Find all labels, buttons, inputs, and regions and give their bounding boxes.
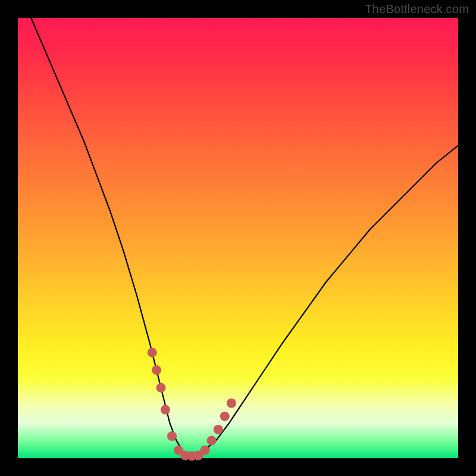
chart-frame: TheBottleneck.com [0,0,476,476]
bottleneck-curve [31,18,458,456]
curve-layer [18,18,458,458]
attribution-text: TheBottleneck.com [365,2,469,16]
curve-marker [214,425,223,434]
curve-marker [220,412,230,421]
curve-marker [148,347,157,357]
plot-area [18,18,458,458]
curve-markers [148,347,236,461]
curve-marker [227,399,236,408]
curve-marker [156,383,166,393]
curve-marker [201,446,210,455]
curve-marker [161,405,170,415]
curve-marker [167,431,177,441]
curve-marker [152,365,161,375]
curve-marker [207,436,217,445]
